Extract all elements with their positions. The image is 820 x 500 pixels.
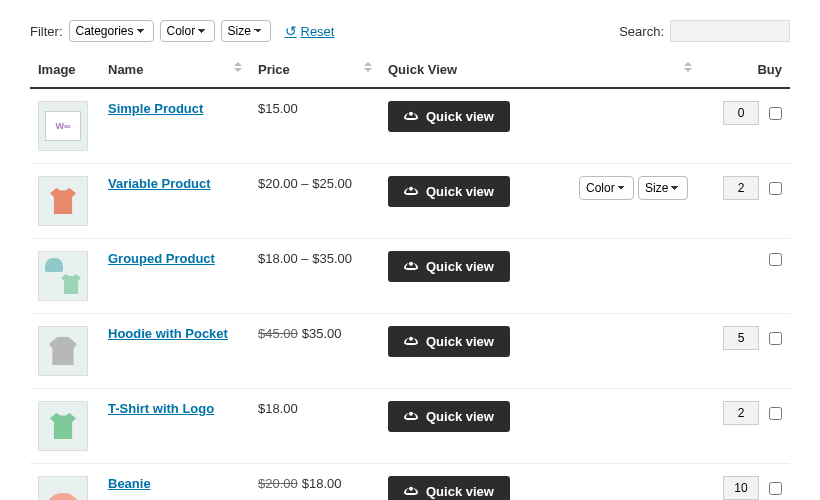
buy-checkbox[interactable] xyxy=(769,407,782,420)
col-buy: Buy xyxy=(700,52,790,88)
quickview-button[interactable]: Quick view xyxy=(388,401,510,432)
filter-label: Filter: xyxy=(30,24,63,39)
product-thumb xyxy=(46,409,80,443)
eye-icon xyxy=(404,113,418,120)
product-link[interactable]: Hoodie with Pocket xyxy=(108,326,228,341)
col-image: Image xyxy=(30,52,100,88)
eye-icon xyxy=(404,413,418,420)
product-link[interactable]: Variable Product xyxy=(108,176,211,191)
buy-checkbox[interactable] xyxy=(769,107,782,120)
quickview-button[interactable]: Quick view xyxy=(388,176,510,207)
quickview-label: Quick view xyxy=(426,484,494,499)
product-thumb xyxy=(46,493,80,500)
eye-icon xyxy=(404,188,418,195)
reset-link[interactable]: ↺ Reset xyxy=(285,23,335,39)
buy-checkbox[interactable] xyxy=(769,253,782,266)
quickview-label: Quick view xyxy=(426,409,494,424)
quickview-label: Quick view xyxy=(426,259,494,274)
price: $35.00 xyxy=(302,326,342,341)
reset-label: Reset xyxy=(301,24,335,39)
quickview-label: Quick view xyxy=(426,109,494,124)
qty-input[interactable] xyxy=(723,326,759,350)
price: $18.00 xyxy=(302,476,342,491)
quickview-button[interactable]: Quick view xyxy=(388,326,510,357)
variation-color[interactable]: Color xyxy=(579,176,634,200)
quickview-label: Quick view xyxy=(426,334,494,349)
old-price: $45.00 xyxy=(258,326,298,341)
qty-input[interactable] xyxy=(723,401,759,425)
buy-checkbox[interactable] xyxy=(769,332,782,345)
product-link[interactable]: Beanie xyxy=(108,476,151,491)
filter-size[interactable]: Size xyxy=(221,20,271,42)
qty-input[interactable] xyxy=(723,176,759,200)
filter-bar: Filter: Categories Color Size ↺ Reset xyxy=(30,20,334,42)
product-table: Image Name Price Quick View Buy W∞Simple… xyxy=(30,52,790,500)
price: $18.00 xyxy=(258,401,298,416)
price: $20.00 – $25.00 xyxy=(258,176,352,191)
product-thumb xyxy=(46,334,80,368)
product-link[interactable]: T-Shirt with Logo xyxy=(108,401,214,416)
variation-size[interactable]: Size xyxy=(638,176,688,200)
buy-checkbox[interactable] xyxy=(769,182,782,195)
quickview-label: Quick view xyxy=(426,184,494,199)
product-thumb: W∞ xyxy=(45,111,81,141)
old-price: $20.00 xyxy=(258,476,298,491)
filter-color[interactable]: Color xyxy=(160,20,215,42)
quickview-button[interactable]: Quick view xyxy=(388,251,510,282)
filter-categories[interactable]: Categories xyxy=(69,20,154,42)
col-variations[interactable] xyxy=(520,52,700,88)
qty-input[interactable] xyxy=(723,101,759,125)
price: $18.00 – $35.00 xyxy=(258,251,352,266)
col-quickview: Quick View xyxy=(380,52,520,88)
quickview-button[interactable]: Quick view xyxy=(388,101,510,132)
qty-input[interactable] xyxy=(723,476,759,500)
table-row: Grouped Product$18.00 – $35.00Quick view xyxy=(30,239,790,314)
undo-icon: ↺ xyxy=(285,23,297,39)
table-row: Variable Product$20.00 – $25.00Quick vie… xyxy=(30,164,790,239)
product-thumb xyxy=(46,184,80,218)
product-link[interactable]: Simple Product xyxy=(108,101,203,116)
table-row: W∞Simple Product$15.00Quick view xyxy=(30,88,790,164)
table-row: Beanie$20.00$18.00Quick view xyxy=(30,464,790,501)
product-link[interactable]: Grouped Product xyxy=(108,251,215,266)
search-group: Search: xyxy=(619,20,790,42)
price: $15.00 xyxy=(258,101,298,116)
buy-checkbox[interactable] xyxy=(769,482,782,495)
product-thumb xyxy=(43,256,83,296)
quickview-button[interactable]: Quick view xyxy=(388,476,510,500)
col-price[interactable]: Price xyxy=(250,52,380,88)
table-row: Hoodie with Pocket$45.00$35.00Quick view xyxy=(30,314,790,389)
eye-icon xyxy=(404,338,418,345)
search-input[interactable] xyxy=(670,20,790,42)
col-name[interactable]: Name xyxy=(100,52,250,88)
table-row: T-Shirt with Logo$18.00Quick view xyxy=(30,389,790,464)
search-label: Search: xyxy=(619,24,664,39)
eye-icon xyxy=(404,488,418,495)
eye-icon xyxy=(404,263,418,270)
